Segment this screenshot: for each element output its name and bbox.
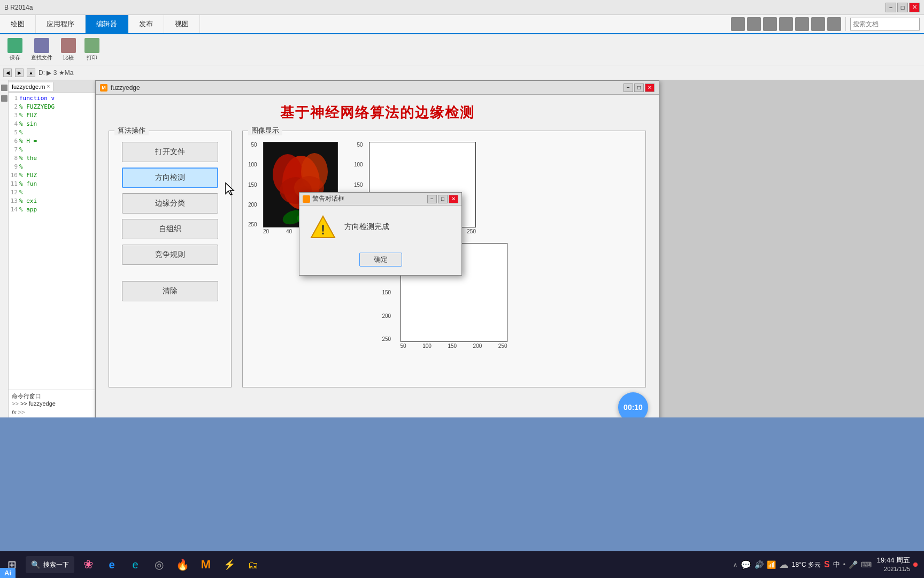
icon-btn-1[interactable] [1, 85, 7, 91]
dialog-footer: 确定 [299, 248, 461, 275]
code-line-7: 7 % [9, 146, 95, 154]
toolbar-icon-5[interactable] [795, 17, 809, 31]
compete-rule-btn[interactable]: 竞争规则 [122, 245, 218, 265]
code-content-13: % exi [19, 197, 37, 206]
sogou-icon[interactable]: S [824, 560, 830, 569]
icon-btn-2[interactable] [1, 95, 7, 102]
extra-icon-1: ⚡ [224, 559, 235, 571]
bc-y-150: 150 [382, 290, 391, 295]
code-line-5: 5 % [9, 128, 95, 137]
nav-btn-2[interactable]: ▶ [15, 69, 24, 77]
save-btn[interactable]: 保存 [4, 36, 26, 64]
code-line-12: 12 % [9, 188, 95, 197]
line-num-2: 2 [9, 103, 19, 111]
figure-titlebar: M fuzzyedge − □ ✕ [96, 81, 659, 95]
taskbar-icon-folder[interactable]: 🗂 [241, 551, 265, 578]
code-line-6: 6 % H = [9, 137, 95, 146]
editor-tab-fuzzyedge[interactable]: fuzzyedge.m × [9, 82, 53, 91]
dialog-win-controls: − □ ✕ [427, 195, 458, 203]
figure-main-title: 基于神经网络算法的边缘检测 [109, 103, 646, 122]
code-line-11: 11 % fun [9, 180, 95, 188]
close-btn[interactable]: ✕ [909, 3, 920, 12]
chinese-input-icon[interactable]: 中 [833, 560, 840, 569]
search-input[interactable] [850, 18, 920, 31]
tray-msg-icon[interactable]: 💬 [741, 560, 751, 570]
compare-btn[interactable]: 比较 [58, 36, 79, 64]
nav-btn-1[interactable]: ◀ [3, 69, 12, 77]
weather-info: 18°C 多云 [792, 560, 821, 569]
direction-detect-btn[interactable]: 方向检测 [122, 168, 218, 188]
rose-y-100: 100 [248, 162, 257, 168]
find-file-label: 查找文件 [31, 54, 52, 62]
maximize-btn[interactable]: □ [897, 3, 908, 12]
tray-dot-icon[interactable]: • [843, 561, 845, 568]
tray-speaker-icon[interactable]: 🔊 [754, 560, 764, 569]
figure-window: M fuzzyedge − □ ✕ 基于神经网络算法的边缘检测 [95, 80, 659, 417]
dialog-min-btn[interactable]: − [427, 195, 437, 203]
taskbar-icon-flower[interactable]: ❀ [76, 551, 100, 578]
print-btn[interactable]: 打印 [81, 36, 103, 64]
toolbar-icon-7[interactable] [827, 17, 841, 31]
fig-min-btn[interactable]: − [623, 83, 633, 92]
time-display: 19:44 周五 [877, 556, 910, 565]
line-num-8: 8 [9, 154, 19, 163]
minimize-btn[interactable]: − [886, 3, 896, 12]
dialog-restore-btn[interactable]: □ [438, 195, 448, 203]
ie-icon-1: e [109, 559, 114, 571]
self-organize-btn[interactable]: 自组织 [122, 219, 218, 239]
taskbar-search[interactable]: 🔍 搜索一下 [26, 556, 74, 573]
dialog-close-btn[interactable]: ✕ [449, 195, 458, 203]
clock-area[interactable]: 19:44 周五 2021/11/5 [877, 556, 910, 573]
path-text: D: ▶ 3 ★Ma [38, 69, 73, 77]
image-panel-label: 图像显示 [248, 126, 282, 135]
dialog-message: 方向检测完成 [344, 222, 389, 232]
code-content-1: function v [19, 94, 55, 103]
toolbar-icon-6[interactable] [811, 17, 825, 31]
rose-x-40: 40 [286, 229, 292, 234]
dialog-title: 警告对话框 [312, 194, 344, 203]
tab-editor[interactable]: 编辑器 [86, 15, 128, 33]
code-content-5: % [19, 128, 23, 137]
fig-max-btn[interactable]: □ [634, 83, 644, 92]
matlab-icon: M [201, 558, 211, 572]
taskbar-icon-circle[interactable]: ◎ [147, 551, 171, 578]
toolbar-icon-4[interactable] [779, 17, 793, 31]
bc-x-250: 250 [498, 343, 507, 349]
tab-view[interactable]: 视图 [164, 15, 200, 33]
open-file-btn[interactable]: 打开文件 [122, 142, 218, 162]
toolbar-icon-3[interactable] [763, 17, 777, 31]
editor-filename: fuzzyedge.m [12, 83, 45, 90]
toolbar-icon-1[interactable] [731, 17, 745, 31]
taskbar-icon-matlab[interactable]: M [194, 551, 218, 578]
edge-classify-btn[interactable]: 边缘分类 [122, 193, 218, 214]
dialog-ok-btn[interactable]: 确定 [359, 253, 402, 267]
taskbar-icon-extra1[interactable]: ⚡ [218, 551, 241, 578]
nav-btn-3[interactable]: ▲ [27, 69, 35, 77]
tray-arrow[interactable]: ∧ [733, 561, 737, 568]
tray-network-icon[interactable]: 📶 [767, 560, 776, 569]
tray-keyboard-icon[interactable]: ⌨ [861, 560, 872, 569]
find-file-btn[interactable]: 查找文件 [28, 36, 56, 64]
search-label: 搜索一下 [43, 560, 69, 569]
figure-title: fuzzyedge [111, 84, 140, 92]
code-line-8: 8 % the [9, 154, 95, 163]
toolbar-row2: 保存 查找文件 比较 打印 [0, 34, 924, 65]
tab-plot[interactable]: 绘图 [0, 15, 36, 33]
rose-y-axis: 50 100 150 200 250 [248, 142, 259, 227]
line-num-11: 11 [9, 180, 19, 188]
clear-btn[interactable]: 清除 [122, 281, 218, 301]
tab-apps[interactable]: 应用程序 [36, 15, 86, 33]
tab-publish[interactable]: 发布 [128, 15, 164, 33]
taskbar-icon-chrome[interactable]: 🔥 [171, 551, 194, 578]
bc-y-200: 200 [382, 313, 391, 319]
code-line-3: 3 % FUZ [9, 111, 95, 120]
tray-mic-icon[interactable]: 🎤 [849, 560, 858, 569]
circle-icon: ◎ [155, 558, 164, 571]
fig-close-btn[interactable]: ✕ [645, 83, 654, 92]
taskbar-icon-ie1[interactable]: e [100, 551, 124, 578]
toolbar-icon-2[interactable] [747, 17, 761, 31]
algo-panel: 算法操作 打开文件 方向检测 边缘分类 自组织 竞争规则 清除 [109, 131, 232, 387]
editor-close-icon[interactable]: × [47, 83, 50, 89]
weather-cloud-icon: ☁ [779, 559, 789, 571]
taskbar-icon-ie2[interactable]: e [124, 551, 147, 578]
